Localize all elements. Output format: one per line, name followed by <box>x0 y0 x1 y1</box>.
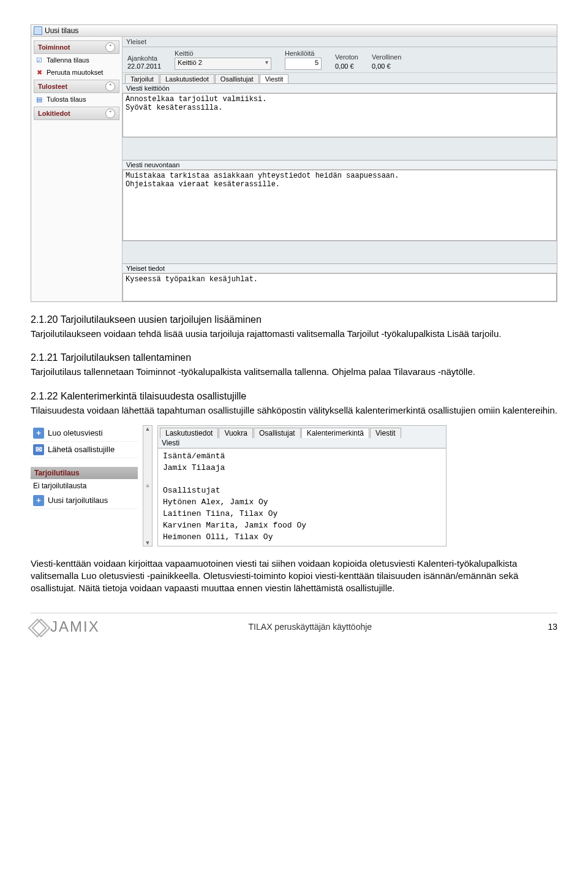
toolbar-item-label: Lähetä osallistujille <box>48 445 115 454</box>
field-value: 0,00 € <box>372 62 401 70</box>
field-verollinen: Verollinen 0,00 € <box>372 53 401 70</box>
field-veroton: Veroton 0,00 € <box>335 53 358 70</box>
panel-title: Tulosteet <box>38 83 67 90</box>
paragraph: Tilaisuudesta voidaan lähettää tapahtuma… <box>31 404 557 417</box>
spacer <box>123 241 557 263</box>
toolbar-item-label: Luo oletusviesti <box>48 428 103 437</box>
page-footer: JAMIX TILAX peruskäyttäjän käyttöohje 13 <box>31 613 557 641</box>
viesti-label: Viesti <box>158 438 446 448</box>
field-henkiloita: Henkilöitä 5 <box>285 50 322 70</box>
message-body-textarea[interactable]: Isäntä/emäntä Jamix Tilaaja Osallistujat… <box>158 448 446 546</box>
sidebar-item-save[interactable]: ☑ Tallenna tilaus <box>34 54 119 66</box>
panel-header-lokitiedot[interactable]: Lokitiedot ˅ <box>34 107 119 120</box>
tab-osallistujat[interactable]: Osallistujat <box>215 74 259 83</box>
paragraph: Tarjoilutilaus tallennetaan Toiminnot -t… <box>31 366 557 378</box>
people-input[interactable]: 5 <box>285 58 322 70</box>
field-label: Henkilöitä <box>285 50 322 57</box>
plus-icon: + <box>33 495 44 506</box>
collapse-icon[interactable]: ˄ <box>105 81 115 91</box>
section-header-tarjoilutilaus: Tarjoilutilaus <box>31 467 138 479</box>
document-icon: ▤ <box>35 95 43 104</box>
tab-laskutustiedot[interactable]: Laskutustiedot <box>160 74 214 83</box>
toolbar-item-label: Uusi tarjoilutilaus <box>48 496 108 505</box>
paragraph: Tarjoilutilaukseen voidaan tehdä lisää u… <box>31 328 557 340</box>
tab-vuokra[interactable]: Vuokra <box>219 428 253 438</box>
panel-title: Toiminnot <box>38 44 70 51</box>
brand-logo: JAMIX <box>31 618 100 635</box>
message-advice-textarea[interactable]: Muistakaa tarkistaa asiakkaan yhteystied… <box>123 170 557 241</box>
expand-icon[interactable]: ˅ <box>105 108 115 118</box>
sidebar-item-label: Tallenna tilaus <box>47 56 89 64</box>
tab-bar: Tarjoilut Laskutustiedot Osallistujat Vi… <box>123 73 557 83</box>
tab-viestit[interactable]: Viestit <box>260 74 289 83</box>
sidebar-item-label: Tulosta tilaus <box>47 96 86 103</box>
figure-calendar: + Luo oletusviesti ✉ Lähetä osallistujil… <box>31 425 557 547</box>
panel-header-tulosteet[interactable]: Tulosteet ˄ <box>34 80 119 93</box>
field-keittio: Keittiö Keittiö 2 <box>175 50 271 70</box>
cancel-icon: ✖ <box>35 68 43 77</box>
sidebar: Toiminnot ˄ ☑ Tallenna tilaus ✖ Peruuta … <box>31 37 123 301</box>
titlebar[interactable]: Uusi tilaus <box>31 25 557 37</box>
main-panel: Yleiset Ajankohta 22.07.2011 Keittiö Kei… <box>123 37 557 301</box>
logo-icon <box>31 619 47 635</box>
check-icon: ☑ <box>35 56 43 64</box>
heading-2120: 2.1.20 Tarjoilutilaukseen uusien tarjoil… <box>31 314 557 325</box>
calendar-toolbar: + Luo oletusviesti ✉ Lähetä osallistujil… <box>31 425 138 547</box>
envelope-icon: ✉ <box>33 444 44 455</box>
scrollbar[interactable]: ▲≡▼ <box>143 425 153 547</box>
window-title: Uusi tilaus <box>45 26 78 35</box>
brand-name: JAMIX <box>50 618 100 635</box>
field-ajankohta: Ajankohta 22.07.2011 <box>127 55 161 70</box>
sidebar-item-print[interactable]: ▤ Tulosta tilaus <box>34 93 119 105</box>
calendar-panel: Laskutustiedot Vuokra Osallistujat Kalen… <box>157 425 447 547</box>
field-value: 0,00 € <box>335 62 358 70</box>
no-order-label: Ei tarjoilutilausta <box>31 479 138 493</box>
message-label-general: Yleiset tiedot <box>123 263 557 273</box>
fieldset-label: Yleiset <box>123 37 557 47</box>
tab-bar: Laskutustiedot Vuokra Osallistujat Kalen… <box>158 426 446 438</box>
application-window: Uusi tilaus Toiminnot ˄ ☑ Tallenna tilau… <box>31 25 557 302</box>
fields-row: Ajankohta 22.07.2011 Keittiö Keittiö 2 H… <box>123 47 557 73</box>
kitchen-combobox[interactable]: Keittiö 2 <box>175 58 271 70</box>
new-serving-order[interactable]: + Uusi tarjoilutilaus <box>31 493 138 509</box>
sidebar-item-cancel[interactable]: ✖ Peruuta muutokset <box>34 66 119 78</box>
field-value: 22.07.2011 <box>127 62 161 70</box>
create-default-message[interactable]: + Luo oletusviesti <box>31 425 138 442</box>
footer-title: TILAX peruskäyttäjän käyttöohje <box>107 622 513 632</box>
page-number: 13 <box>521 622 557 632</box>
tab-laskutustiedot[interactable]: Laskutustiedot <box>160 428 218 438</box>
message-general-textarea[interactable]: Kyseessä työpaikan kesäjuhlat. <box>123 273 557 301</box>
field-label: Veroton <box>335 53 358 61</box>
app-icon <box>34 26 42 35</box>
spacer <box>123 137 557 160</box>
field-label: Ajankohta <box>127 55 161 62</box>
tab-osallistujat[interactable]: Osallistujat <box>254 428 301 438</box>
panel-header-toiminnot[interactable]: Toiminnot ˄ <box>34 40 119 54</box>
field-label: Keittiö <box>175 50 271 57</box>
panel-title: Lokitiedot <box>38 110 70 117</box>
heading-2122: 2.1.22 Kalenterimerkintä tilaisuudesta o… <box>31 391 557 402</box>
message-label-kitchen: Viesti keittiöön <box>123 83 557 93</box>
paragraph: Viesti-kenttään voidaan kirjoittaa vapaa… <box>31 558 557 595</box>
tab-tarjoilut[interactable]: Tarjoilut <box>125 74 159 83</box>
tab-viestit[interactable]: Viestit <box>370 428 401 438</box>
message-kitchen-textarea[interactable]: Annostelkaa tarjoilut valmiiksi. Syövät … <box>123 93 557 137</box>
heading-2121: 2.1.21 Tarjoilutilauksen tallentaminen <box>31 352 557 363</box>
collapse-icon[interactable]: ˄ <box>105 42 115 52</box>
send-to-participants[interactable]: ✉ Lähetä osallistujille <box>31 442 138 458</box>
tab-kalenterimerkinta[interactable]: Kalenterimerkintä <box>301 428 369 438</box>
plus-icon: + <box>33 428 44 439</box>
message-label-advice: Viesti neuvontaan <box>123 160 557 170</box>
field-label: Verollinen <box>372 53 401 61</box>
sidebar-item-label: Peruuta muutokset <box>47 69 103 76</box>
